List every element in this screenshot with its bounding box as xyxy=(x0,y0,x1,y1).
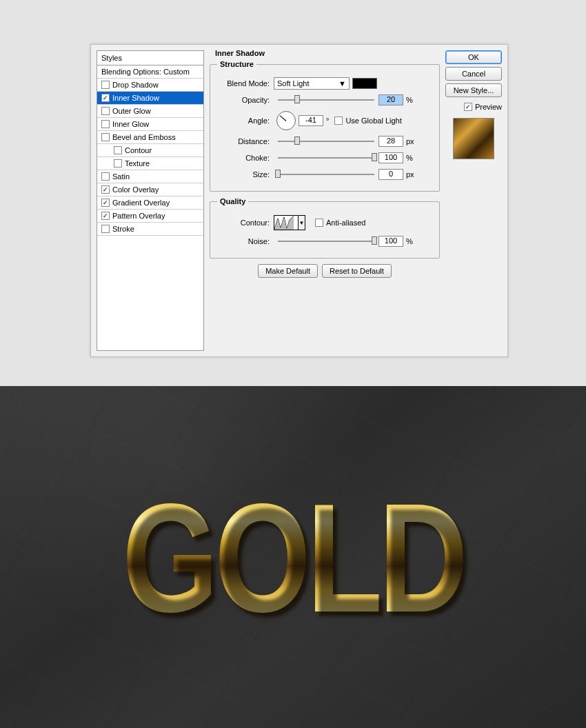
use-global-light-label: Use Global Light xyxy=(345,117,401,125)
dialog-right-panel: OK Cancel New Style... Preview xyxy=(445,50,502,351)
style-label: Texture xyxy=(125,159,150,168)
cancel-button[interactable]: Cancel xyxy=(445,67,502,81)
style-checkbox[interactable] xyxy=(114,146,122,154)
style-label: Inner Glow xyxy=(112,120,149,128)
chevron-down-icon: ▼ xyxy=(339,79,346,88)
style-checkbox[interactable] xyxy=(101,107,110,115)
style-label: Drop Shadow xyxy=(112,81,159,89)
style-label: Bevel and Emboss xyxy=(112,133,176,141)
opacity-input[interactable]: 20 xyxy=(378,94,403,105)
make-default-button[interactable]: Make Default xyxy=(258,264,318,278)
choke-slider[interactable] xyxy=(278,153,374,163)
blending-options-label: Blending Options: Custom xyxy=(101,68,190,76)
style-checkbox[interactable] xyxy=(101,133,110,141)
distance-input[interactable]: 28 xyxy=(378,136,403,147)
distance-slider[interactable] xyxy=(278,136,374,146)
new-style-button[interactable]: New Style... xyxy=(445,83,502,97)
style-checkbox[interactable] xyxy=(101,94,110,102)
style-checkbox[interactable] xyxy=(101,225,110,233)
ok-button[interactable]: OK xyxy=(445,50,502,64)
style-checkbox[interactable] xyxy=(101,212,110,220)
style-row-gradient-overlay[interactable]: Gradient Overlay xyxy=(97,196,203,210)
styles-header: Styles xyxy=(97,51,203,65)
section-title: Inner Shadow xyxy=(215,49,440,57)
size-slider[interactable] xyxy=(278,170,374,179)
result-preview: GOLD xyxy=(0,386,586,728)
layer-style-dialog: Styles Blending Options: Custom Drop Sha… xyxy=(90,44,508,357)
angle-unit: ° xyxy=(326,117,329,125)
choke-unit: % xyxy=(406,154,413,162)
contour-label: Contour: xyxy=(217,219,270,227)
noise-slider[interactable] xyxy=(278,236,374,246)
quality-legend: Quality xyxy=(217,197,248,205)
opacity-slider[interactable] xyxy=(278,95,374,105)
gold-text: GOLD xyxy=(122,468,464,647)
choke-label: Choke: xyxy=(217,154,270,162)
style-row-outer-glow[interactable]: Outer Glow xyxy=(97,105,203,118)
noise-label: Noise: xyxy=(217,237,270,245)
blend-mode-label: Blend Mode: xyxy=(217,79,270,88)
style-label: Stroke xyxy=(112,225,134,233)
noise-unit: % xyxy=(406,237,413,245)
style-row-drop-shadow[interactable]: Drop Shadow xyxy=(97,79,203,92)
blending-options-row[interactable]: Blending Options: Custom xyxy=(97,65,203,79)
size-unit: px xyxy=(406,170,414,179)
noise-input[interactable]: 100 xyxy=(378,236,403,247)
preview-thumbnail xyxy=(453,118,494,159)
styles-list-panel: Styles Blending Options: Custom Drop Sha… xyxy=(97,50,204,351)
style-label: Inner Shadow xyxy=(112,94,159,102)
style-row-satin[interactable]: Satin xyxy=(97,170,203,183)
style-row-stroke[interactable]: Stroke xyxy=(97,223,203,236)
blend-mode-value: Soft Light xyxy=(277,79,309,88)
angle-dial[interactable] xyxy=(276,111,296,130)
style-checkbox[interactable] xyxy=(114,159,122,168)
effect-settings-panel: Inner Shadow Structure Blend Mode: Soft … xyxy=(210,50,440,351)
reset-default-button[interactable]: Reset to Default xyxy=(322,264,392,278)
shadow-color-swatch[interactable] xyxy=(352,78,377,89)
preview-label: Preview xyxy=(475,103,502,111)
anti-aliased-label: Anti-aliased xyxy=(326,219,365,227)
blend-mode-dropdown[interactable]: Soft Light ▼ xyxy=(274,77,350,90)
choke-input[interactable]: 100 xyxy=(378,152,403,163)
style-row-color-overlay[interactable]: Color Overlay xyxy=(97,183,203,196)
style-label: Satin xyxy=(112,172,130,181)
style-label: Pattern Overlay xyxy=(112,212,165,220)
structure-legend: Structure xyxy=(217,60,256,68)
angle-label: Angle: xyxy=(217,117,270,125)
use-global-light-checkbox[interactable] xyxy=(334,117,343,125)
quality-group: Quality Contour: ▼ Anti-aliased Noise: xyxy=(210,197,440,259)
contour-curve-icon xyxy=(274,216,294,230)
style-label: Contour xyxy=(125,146,152,154)
style-checkbox[interactable] xyxy=(101,120,110,128)
style-checkbox[interactable] xyxy=(101,81,110,89)
style-row-contour[interactable]: Contour xyxy=(97,144,203,157)
distance-label: Distance: xyxy=(217,137,270,145)
preview-checkbox[interactable] xyxy=(464,103,472,111)
style-row-texture[interactable]: Texture xyxy=(97,157,203,170)
size-label: Size: xyxy=(217,170,270,179)
anti-aliased-checkbox[interactable] xyxy=(315,219,323,227)
style-label: Gradient Overlay xyxy=(112,199,170,207)
distance-unit: px xyxy=(406,137,414,145)
angle-input[interactable]: -41 xyxy=(299,115,323,126)
style-checkbox[interactable] xyxy=(101,172,110,181)
style-row-inner-shadow[interactable]: Inner Shadow xyxy=(97,92,203,105)
contour-dropdown-arrow[interactable]: ▼ xyxy=(299,215,305,230)
style-row-pattern-overlay[interactable]: Pattern Overlay xyxy=(97,210,203,223)
structure-group: Structure Blend Mode: Soft Light ▼ Opaci… xyxy=(210,60,440,192)
contour-picker[interactable] xyxy=(274,215,299,230)
style-label: Color Overlay xyxy=(112,185,159,194)
style-checkbox[interactable] xyxy=(101,185,110,194)
size-input[interactable]: 0 xyxy=(378,169,403,180)
style-checkbox[interactable] xyxy=(101,199,110,207)
opacity-unit: % xyxy=(406,96,413,104)
style-row-bevel-and-emboss[interactable]: Bevel and Emboss xyxy=(97,131,203,144)
style-row-inner-glow[interactable]: Inner Glow xyxy=(97,118,203,131)
opacity-label: Opacity: xyxy=(217,96,270,104)
style-label: Outer Glow xyxy=(112,107,151,115)
